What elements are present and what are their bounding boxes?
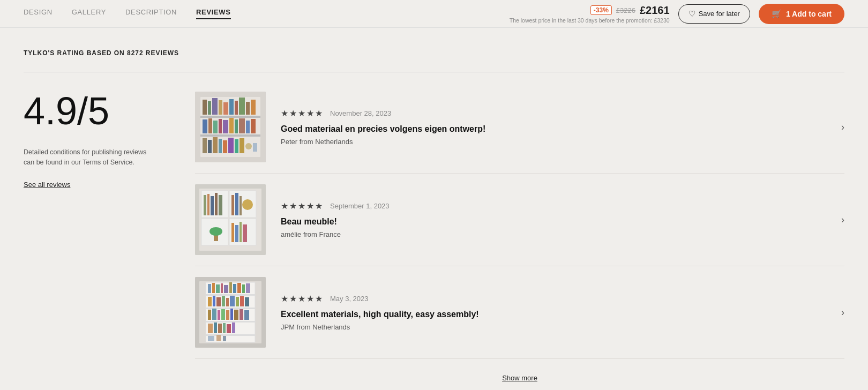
review-author-2: amélie from France (281, 230, 833, 238)
review-date-2: September 1, 2023 (330, 202, 390, 210)
see-all-reviews-link[interactable]: See all reviews (24, 181, 70, 189)
chevron-right-icon-2[interactable]: › (833, 184, 844, 255)
svg-rect-81 (208, 310, 211, 320)
svg-rect-65 (221, 283, 223, 293)
star: ★ (298, 201, 305, 211)
svg-rect-85 (226, 310, 229, 320)
svg-rect-87 (234, 310, 238, 320)
star: ★ (298, 294, 305, 304)
review-meta-2: ★ ★ ★ ★ ★ September 1, 2023 (281, 201, 833, 211)
star: ★ (281, 108, 288, 118)
nav-gallery[interactable]: Gallery (72, 8, 106, 19)
chevron-right-icon-1[interactable]: › (833, 92, 844, 162)
review-item[interactable]: ★ ★ ★ ★ ★ September 1, 2023 Beau meuble!… (195, 174, 844, 266)
review-thumbnail-2 (195, 184, 266, 255)
review-body-1: ★ ★ ★ ★ ★ November 28, 2023 Goed materia… (281, 92, 833, 162)
svg-rect-24 (203, 138, 207, 153)
svg-rect-30 (235, 139, 238, 153)
svg-rect-67 (229, 282, 232, 293)
price-row: -33% £3226 £2161 (590, 4, 670, 17)
reviews-layout: 4.9/5 Detailed conditions for publishing… (24, 92, 844, 382)
review-title-2: Beau meuble! (281, 216, 833, 228)
svg-point-50 (209, 227, 222, 236)
review-meta-3: ★ ★ ★ ★ ★ May 3, 2023 (281, 294, 833, 304)
nav-reviews[interactable]: Reviews (196, 8, 231, 19)
svg-rect-83 (218, 310, 220, 320)
star: ★ (289, 294, 297, 304)
chevron-right-icon-3[interactable]: › (833, 277, 844, 348)
svg-rect-29 (228, 138, 234, 153)
svg-rect-94 (227, 324, 231, 333)
svg-rect-78 (236, 297, 239, 306)
nav-description[interactable]: Description (125, 8, 177, 19)
svg-rect-3 (200, 134, 260, 137)
heart-icon: ♡ (689, 9, 695, 19)
svg-rect-40 (204, 195, 206, 215)
svg-rect-33 (253, 143, 257, 152)
svg-rect-45 (231, 195, 234, 215)
svg-rect-95 (232, 322, 235, 333)
top-navigation: Design Gallery Description Reviews -33% … (0, 0, 868, 28)
star: ★ (281, 201, 288, 211)
svg-rect-27 (219, 139, 222, 153)
svg-rect-90 (208, 324, 213, 333)
svg-rect-63 (212, 283, 215, 293)
review-thumbnail-3 (195, 277, 266, 348)
save-later-label: Save for later (699, 10, 740, 18)
svg-rect-51 (231, 223, 234, 242)
divider (24, 72, 844, 72)
svg-rect-84 (221, 309, 225, 320)
svg-rect-72 (208, 297, 212, 306)
svg-rect-7 (219, 100, 222, 115)
svg-rect-2 (200, 116, 260, 118)
add-to-cart-button[interactable]: 🛒 1 Add to cart (759, 4, 844, 24)
save-for-later-button[interactable]: ♡ Save for later (678, 4, 750, 24)
svg-rect-93 (223, 323, 226, 333)
svg-rect-43 (215, 193, 218, 215)
svg-rect-12 (246, 102, 250, 115)
star: ★ (315, 108, 323, 118)
svg-rect-20 (235, 119, 238, 133)
rating-score: 4.9/5 (24, 92, 174, 130)
star: ★ (281, 294, 288, 304)
review-item[interactable]: ★ ★ ★ ★ ★ November 28, 2023 Goed materia… (195, 92, 844, 174)
stars-1: ★ ★ ★ ★ ★ (281, 108, 323, 118)
svg-rect-97 (216, 335, 221, 341)
svg-rect-77 (230, 296, 235, 306)
show-more-button[interactable]: Show more (502, 374, 537, 382)
review-body-2: ★ ★ ★ ★ ★ September 1, 2023 Beau meuble!… (281, 184, 833, 255)
svg-rect-44 (219, 195, 222, 215)
star: ★ (298, 108, 305, 118)
star: ★ (306, 294, 314, 304)
svg-rect-92 (218, 324, 222, 333)
svg-rect-75 (222, 296, 225, 306)
svg-rect-6 (212, 98, 218, 115)
svg-rect-28 (223, 140, 227, 153)
svg-point-32 (245, 143, 252, 149)
nav-right: -33% £3226 £2161 The lowest price in the… (510, 4, 844, 24)
reviews-left: 4.9/5 Detailed conditions for publishing… (24, 92, 195, 382)
review-title-3: Excellent materials, high quality, easy … (281, 309, 833, 320)
svg-rect-23 (251, 119, 256, 133)
review-date-3: May 3, 2023 (330, 295, 369, 303)
review-meta-1: ★ ★ ★ ★ ★ November 28, 2023 (281, 108, 833, 118)
svg-rect-10 (235, 101, 238, 115)
review-body-3: ★ ★ ★ ★ ★ May 3, 2023 Excellent material… (281, 277, 833, 348)
svg-rect-21 (239, 118, 245, 133)
svg-rect-16 (213, 121, 218, 133)
review-author-3: JPM from Netherlands (281, 323, 833, 331)
svg-rect-98 (223, 336, 226, 341)
svg-rect-80 (245, 297, 249, 306)
svg-point-48 (242, 199, 253, 210)
svg-rect-17 (219, 119, 222, 133)
svg-rect-61 (206, 334, 255, 336)
svg-rect-82 (212, 309, 216, 320)
main-content: TYLKO'S RATING BASED ON 8272 REVIEWS 4.9… (0, 28, 868, 390)
svg-rect-11 (239, 98, 245, 115)
nav-design[interactable]: Design (24, 8, 53, 19)
svg-rect-46 (235, 193, 238, 215)
svg-rect-64 (216, 284, 220, 293)
svg-rect-19 (229, 118, 234, 133)
stars-3: ★ ★ ★ ★ ★ (281, 294, 323, 304)
review-item[interactable]: ★ ★ ★ ★ ★ May 3, 2023 Excellent material… (195, 266, 844, 359)
